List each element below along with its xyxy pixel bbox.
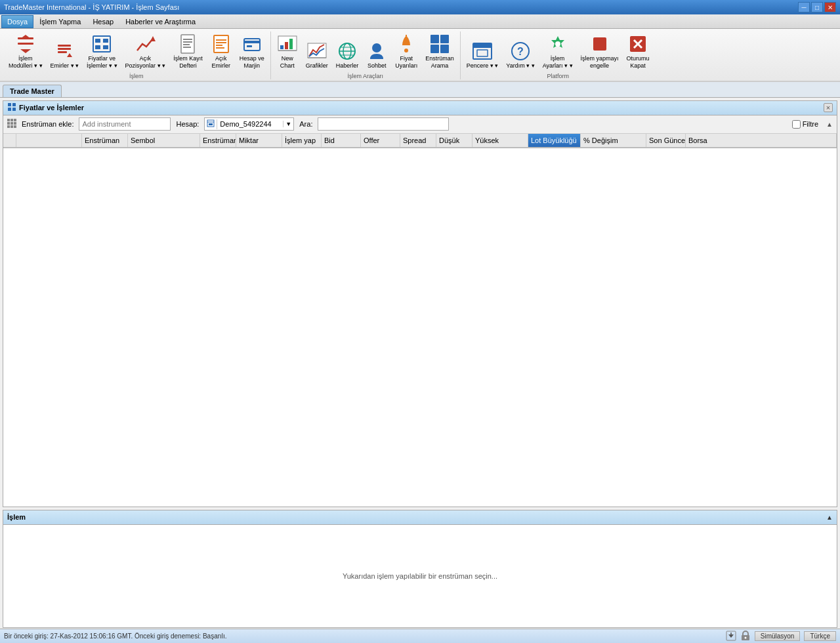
pencere-button[interactable]: Pencere ▾ [463,39,502,72]
toolbar: İşlemModülleri ▾ Emirler ▾ [0,29,840,82]
svg-marker-7 [67,53,72,57]
haberler-btn-button[interactable]: Haberler [333,39,362,72]
enstruman-ekle-input[interactable] [79,117,171,131]
svg-rect-17 [183,44,190,45]
col-dusuk[interactable]: Spread [400,134,436,147]
svg-rect-57 [8,103,11,106]
svg-rect-20 [216,39,226,41]
svg-marker-1 [20,35,31,39]
islem-modulleri-icon [15,33,36,54]
islem-panel-header: İşlem ▲ [3,510,837,525]
grafikler-icon [306,41,327,62]
acik-pozisyonlar-button[interactable]: AçıkPozisyonlar ▾ [122,31,169,72]
acik-pozisyonlar-icon [135,33,156,54]
account-selector[interactable]: Demo_5492244 ▼ [204,117,294,131]
col-pct-degisim[interactable]: Lot Büyüklüğü [528,134,581,147]
grafikler-button[interactable]: Grafikler [303,39,331,72]
svg-rect-11 [95,45,100,49]
svg-rect-8 [93,36,110,52]
islem-modulleri-button[interactable]: İşlemModülleri ▾ [5,31,46,72]
col-islem-yap[interactable]: Miktar [236,134,282,147]
new-chart-button[interactable]: NewChart [274,31,301,72]
sohbet-icon [366,41,387,62]
svg-point-52 [555,41,560,47]
col-offer[interactable]: Bid [322,134,361,147]
araclar-group-label: İşlem Araçları [347,73,383,79]
col-bid[interactable]: İşlem yap [282,134,322,147]
status-text: Bir önceki giriş: 27-Kas-2012 15:06:16 G… [4,633,726,640]
hesap-marjin-icon [242,33,262,54]
menu-islem-yapma[interactable]: İşlem Yapma [33,15,87,28]
hesap-marjin-button[interactable]: Hesap veMarjin [236,31,268,72]
oturumu-kapat-button[interactable]: OturumuKapat [623,31,653,72]
col-yuksek[interactable]: Düşük [436,134,472,147]
svg-rect-47 [473,43,492,48]
svg-rect-10 [103,39,108,43]
svg-rect-69 [14,125,16,128]
yardim-button[interactable]: ? Yardım ▾ [503,39,537,72]
col-enstruman-gr[interactable]: Sembol [128,134,200,147]
ara-input[interactable] [318,117,449,131]
islem-ayarlari-button[interactable]: İşlemAyarları ▾ [539,31,576,72]
col-net-degisim[interactable]: Borsa [686,134,837,147]
col-miktar[interactable]: Enstrüman Gr... [200,134,236,147]
panel-toolbar: Enstrüman ekle: Hesap: Demo_5492244 ▼ Ar… [3,115,837,134]
svg-rect-28 [280,45,284,49]
filtre-checkbox[interactable] [792,120,801,129]
svg-rect-15 [183,39,192,40]
maximize-button[interactable]: □ [811,2,823,12]
svg-rect-9 [95,39,100,43]
enstruman-arama-button[interactable]: EnstrümanArama [422,31,457,72]
status-right: Simülasyon Türkçe [726,631,836,642]
islem-engelle-label: İşlem yapmayıengelle [581,55,619,70]
fiyatlar-label: Fiyatlar veİşlemler ▾ [87,55,117,70]
minimize-button[interactable]: ─ [798,2,810,12]
islem-collapse-arrow[interactable]: ▲ [826,514,833,521]
svg-rect-18 [183,47,191,48]
tab-trade-master[interactable]: Trade Master [3,85,62,97]
scroll-up-arrow[interactable]: ▲ [826,121,833,128]
fiyatlar-panel-title: Fiyatlar ve İşlemler [19,104,84,112]
svg-rect-65 [10,122,13,125]
col-spread[interactable]: Offer [361,134,400,147]
emirler-button[interactable]: Emirler ▾ [47,39,83,72]
panel-title-area: Fiyatlar ve İşlemler [7,102,84,114]
acik-pozisyonlar-label: AçıkPozisyonlar ▾ [125,55,166,70]
col-enstruman[interactable] [16,134,82,147]
account-dropdown-arrow[interactable]: ▼ [283,121,293,127]
svg-rect-25 [244,41,260,43]
menu-hesap[interactable]: Hesap [87,15,119,28]
islem-kayit-button[interactable]: İşlem KayıtDefteri [170,31,206,72]
col-lot[interactable]: Yüksek [472,134,528,147]
toolbar-group-platform: Pencere ▾ ? Yardım ▾ İş [461,31,656,79]
fiyat-uyarilari-button[interactable]: FiyatUyarıları [392,31,421,72]
fiyatlar-islemler-button[interactable]: Fiyatlar veİşlemler ▾ [83,31,121,72]
svg-rect-45 [440,45,449,53]
col-sembol[interactable]: Enstrüman [82,134,128,147]
toolbar-group-araclar: NewChart Grafikler [271,31,461,79]
islem-engelle-button[interactable]: İşlem yapmayıengelle [578,31,622,72]
menu-haberler[interactable]: Haberler ve Araştırma [119,15,201,28]
close-button[interactable]: ✕ [824,2,836,12]
sohbet-button[interactable]: Sohbet [363,39,390,72]
filtre-label: Filtre [803,120,818,128]
simulasyon-button[interactable]: Simülasyon [755,631,801,641]
window-controls: ─ □ ✕ [798,2,836,12]
col-borsa[interactable]: Son Güncelle... [646,134,686,147]
svg-rect-58 [12,103,16,106]
menu-dosya[interactable]: Dosya [1,15,33,28]
col-expand[interactable] [3,134,16,147]
new-chart-label: NewChart [280,55,295,70]
svg-text:?: ? [517,46,524,57]
svg-rect-19 [214,35,228,52]
grafikler-label: Grafikler [306,62,328,70]
dil-button[interactable]: Türkçe [804,631,836,641]
islem-ayarlari-icon [547,33,568,54]
fiyatlar-panel-close[interactable]: × [824,103,833,112]
acik-emirler-button[interactable]: AçıkEmirler [207,31,235,72]
islem-ayarlari-label: İşlemAyarları ▾ [543,55,573,70]
fiyatlar-icon [91,33,112,54]
col-son-guncelleme[interactable]: % Değişim [581,134,646,147]
islem-panel: İşlem ▲ Yukarıdan işlem yapılabilir bir … [3,510,837,628]
fiyat-uyarilari-label: FiyatUyarıları [395,55,417,70]
